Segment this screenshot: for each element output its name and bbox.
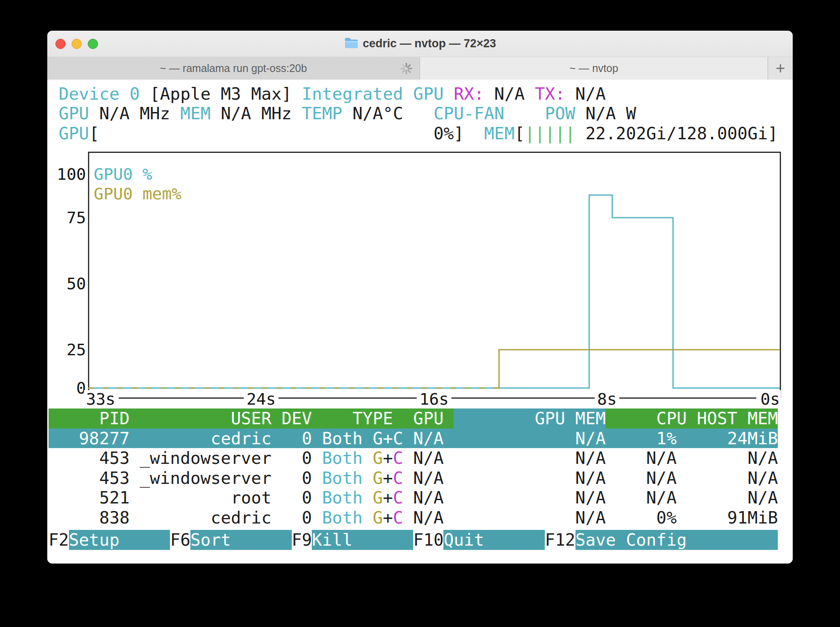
terminal-text-segment: N/A [565, 84, 606, 104]
process-cell-text [362, 448, 373, 468]
terminal-text-segment [49, 124, 59, 143]
header-sort-column[interactable]: GPU MEM [454, 408, 606, 429]
window-titlebar: cedric — nvtop — 72×23 [47, 31, 793, 57]
process-cell-text: + [383, 448, 393, 468]
process-cell-text: C [393, 508, 403, 527]
fkey-action-save-config[interactable]: Save Config [575, 530, 778, 550]
process-cell-text: Both [322, 488, 362, 507]
terminal-text-segment: [ 0%] [89, 124, 484, 143]
terminal-text-segment: MEM [180, 104, 210, 123]
process-cell-text: + [383, 429, 393, 448]
process-cell-text: + [383, 468, 393, 488]
process-cell-text: + [383, 508, 393, 527]
process-cell-text: C [393, 448, 403, 468]
header-columns[interactable]: CPU HOST MEM [606, 408, 778, 428]
gpu-history-chart: 1007550250GPU0 %GPU0 mem%33s24s16s8s0s [49, 152, 780, 424]
tab-nvtop[interactable]: ~ — nvtop [420, 57, 768, 80]
terminal-line: GPU N/A MHz MEM N/A MHz TEMP N/A°C CPU-F… [49, 104, 778, 123]
terminal-text-segment: N/A [484, 84, 535, 104]
terminal-text-segment: TX: [535, 84, 565, 104]
zoom-button[interactable] [88, 39, 98, 49]
x-axis-tick-label: 33s [86, 390, 115, 408]
process-row[interactable]: 838 cedric 0 Both G+C N/A N/A 0% 91MiB [49, 508, 778, 528]
terminal-screen[interactable]: Device 0 [Apple M3 Max] Integrated GPU R… [47, 80, 793, 564]
terminal-text-segment: N/A°C [342, 104, 434, 123]
y-axis-tick-label: 50 [66, 274, 86, 293]
terminal-text-segment: RX: [454, 84, 484, 104]
function-key-bar: F2Setup F6Sort F9Kill F10Quit F12Save Co… [49, 530, 778, 550]
process-row-selected[interactable]: 98277 cedric 0 Both G+C N/A N/A 1% 24MiB [49, 429, 778, 449]
terminal-text-segment [443, 84, 454, 104]
legend-entry: GPU0 mem% [94, 184, 181, 203]
y-axis-tick-label: 25 [66, 340, 86, 359]
terminal-text-segment: POW [545, 104, 575, 123]
device-info-lines: Device 0 [Apple M3 Max] Integrated GPU R… [49, 84, 778, 143]
terminal-text-segment: ||||| [525, 124, 575, 143]
fkey-f9: F9 [292, 530, 312, 549]
process-cell-text [362, 468, 373, 488]
close-button[interactable] [55, 39, 66, 49]
process-cell-text: G [373, 448, 383, 468]
terminal-line: GPU[ 0%] MEM[||||| 22.202Gi/128.000Gi] [49, 124, 778, 143]
y-axis-tick-label: 75 [66, 208, 86, 227]
y-axis-tick-label: 100 [57, 165, 86, 184]
terminal-text-segment: TEMP [302, 104, 342, 123]
fkey-action-setup[interactable]: Setup [69, 530, 170, 550]
process-cell-text: N/A N/A 1% 24MiB [403, 429, 778, 448]
busy-spinner-icon [400, 62, 413, 78]
process-cell-text: Both [322, 508, 362, 527]
series-line-1 [499, 350, 780, 388]
new-tab-button[interactable]: + [768, 57, 793, 80]
chart-border [89, 152, 780, 398]
tab-ramalama[interactable]: ~ — ramalama run gpt-oss:20b [47, 57, 420, 80]
process-cell-text: Both [322, 448, 362, 468]
folder-icon [344, 37, 359, 51]
terminal-text-segment: Device 0 [59, 84, 140, 104]
process-cell-text: C [393, 488, 403, 507]
minimize-button[interactable] [72, 39, 82, 49]
process-cell-text: N/A N/A N/A N/A [403, 448, 778, 468]
legend-entry: GPU0 % [94, 165, 152, 184]
x-axis-tick-label: 8s [597, 390, 617, 408]
process-cell-text: + [383, 488, 393, 507]
terminal-line: Device 0 [Apple M3 Max] Integrated GPU R… [49, 84, 778, 104]
terminal-text-segment: N/A MHz [89, 104, 180, 123]
process-cell-text: C [393, 429, 403, 448]
terminal-text-segment: N/A MHz [211, 104, 302, 123]
process-cell-text: N/A N/A 0% 91MiB [403, 508, 778, 527]
fkey-action-sort[interactable]: Sort [190, 530, 292, 550]
process-cell-text: C [393, 468, 403, 488]
screen-background: cedric — nvtop — 72×23 ~ — ramalama run … [0, 0, 840, 627]
fkey-f10: F10 [413, 530, 443, 549]
process-table-header: PID USER DEV TYPE GPU GPU MEM CPU HOST M… [49, 408, 778, 429]
traffic-lights [55, 31, 98, 57]
process-cell-text: 453 _windowserver 0 [49, 448, 322, 468]
process-cell-text: N/A N/A N/A N/A [403, 488, 778, 507]
terminal-text-segment: [Apple M3 Max] [140, 84, 302, 104]
process-cell-text: G [373, 429, 383, 448]
header-columns[interactable]: PID USER DEV TYPE GPU [49, 408, 454, 428]
process-cell-text: 98277 cedric 0 [49, 429, 322, 448]
terminal-text-segment: N/A W [575, 104, 636, 123]
terminal-text-segment [49, 104, 59, 123]
process-row[interactable]: 453 _windowserver 0 Both G+C N/A N/A N/A… [49, 468, 778, 488]
tab-ramalama-label: ~ — ramalama run gpt-oss:20b [160, 62, 307, 75]
x-axis-tick-label: 24s [247, 390, 276, 408]
process-cell-text: G [373, 468, 383, 488]
process-cell-text: G [373, 488, 383, 507]
process-table: PID USER DEV TYPE GPU GPU MEM CPU HOST M… [49, 408, 778, 527]
terminal-text-segment: CPU-FAN [434, 104, 504, 123]
process-row[interactable]: 521 root 0 Both G+C N/A N/A N/A N/A [49, 488, 778, 508]
tab-nvtop-label: ~ — nvtop [570, 62, 618, 75]
terminal-text-segment: MEM [484, 124, 515, 143]
x-axis-tick-label: 0s [760, 390, 780, 408]
terminal-text-segment [504, 104, 545, 123]
fkey-f12: F12 [545, 530, 575, 549]
fkey-action-kill[interactable]: Kill [312, 530, 413, 550]
process-row[interactable]: 453 _windowserver 0 Both G+C N/A N/A N/A… [49, 448, 778, 468]
process-cell-text [362, 429, 373, 448]
fkey-action-quit[interactable]: Quit [443, 530, 545, 550]
process-cell-text: 838 cedric 0 [49, 508, 322, 527]
fkey-f6: F6 [170, 530, 190, 549]
terminal-text-segment: [ [515, 124, 525, 143]
